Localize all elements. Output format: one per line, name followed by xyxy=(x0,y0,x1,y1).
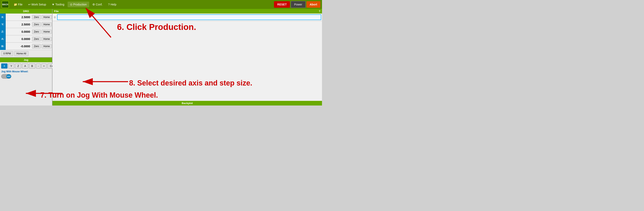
file-icon: 📁 xyxy=(14,3,17,6)
home-all-button[interactable]: Home All xyxy=(14,51,28,56)
dro-header: DRO xyxy=(0,9,52,14)
zero-z-button[interactable]: Zero xyxy=(32,30,41,34)
tooling-icon: ▼ xyxy=(52,3,54,6)
dro-value-b: -0.0000 xyxy=(6,45,32,48)
dro-row-a: A: 0.0000 Zero Home xyxy=(0,35,52,43)
jog-controls-row: X Y Z A B - + Continuous xyxy=(0,62,52,70)
jog-section: Jog X Y Z A B - + Continuous Jog With Mo… xyxy=(0,58,52,106)
dro-value-y: 2.5000 xyxy=(6,23,32,26)
file-header: File ? xyxy=(52,9,322,14)
power-button[interactable]: Power xyxy=(291,1,306,8)
jog-axis-b[interactable]: B xyxy=(29,64,35,69)
jog-header: Jog xyxy=(0,58,52,62)
zero-x-button[interactable]: Zero xyxy=(32,15,41,20)
jog-axis-a[interactable]: A xyxy=(22,64,28,69)
menu-file[interactable]: 📁 File xyxy=(11,2,25,7)
main-layout: DRO X: 2.5000 Zero Home Y: 2.5000 Zero H… xyxy=(0,9,322,106)
backplot-header: Backplot xyxy=(52,101,322,106)
instruction-area xyxy=(52,21,322,101)
rpm-button[interactable]: 0 RPM xyxy=(1,51,13,56)
zero-y-button[interactable]: Zero xyxy=(32,22,41,27)
axis-label-a: A: xyxy=(0,35,6,43)
axis-label-b: B: xyxy=(0,43,6,50)
work-setup-icon: ↩ xyxy=(28,3,31,6)
file-help-icon[interactable]: ? xyxy=(319,10,320,13)
dro-value-a: 0.0000 xyxy=(6,37,32,41)
menu-conf[interactable]: ⚙ Conf. xyxy=(90,2,105,7)
conf-icon: ⚙ xyxy=(92,3,95,6)
file-path-input[interactable] xyxy=(57,14,321,20)
dro-value-z: 0.0000 xyxy=(6,30,32,33)
axis-label-y: Y: xyxy=(0,21,6,28)
dro-row-z: Z: 0.0000 Zero Home xyxy=(0,28,52,35)
jog-mouse-toggle[interactable]: OFF xyxy=(1,74,11,79)
menu-help[interactable]: ? Help xyxy=(106,2,119,7)
jog-axis-x[interactable]: X xyxy=(1,64,8,69)
jog-mouse-wheel-label: Jog With Mouse Wheel: xyxy=(0,70,52,73)
reset-button[interactable]: RESET xyxy=(274,1,290,8)
jog-axis-y[interactable]: Y xyxy=(8,64,14,69)
dro-row-x: X: 2.5000 Zero Home xyxy=(0,14,52,21)
app-logo: MACH xyxy=(2,1,9,8)
jog-axis-z[interactable]: Z xyxy=(15,64,21,69)
toggle-knob: OFF xyxy=(6,74,11,78)
help-icon: ? xyxy=(108,3,110,6)
jog-plus-button[interactable]: + xyxy=(41,64,46,69)
axis-label-z: Z: xyxy=(0,28,6,35)
left-panel: DRO X: 2.5000 Zero Home Y: 2.5000 Zero H… xyxy=(0,9,52,106)
home-y-button[interactable]: Home xyxy=(42,22,52,27)
production-icon: ⊙ xyxy=(70,3,72,6)
file-content-row: 0 xyxy=(52,14,322,21)
zero-a-button[interactable]: Zero xyxy=(32,37,41,41)
menu-production[interactable]: ⊙ Production xyxy=(68,2,89,7)
menu-tooling[interactable]: ▼ Tooling xyxy=(49,2,66,7)
home-z-button[interactable]: Home xyxy=(42,30,52,34)
jog-mouse-toggle-row: OFF xyxy=(0,73,52,79)
axis-label-x: X: xyxy=(0,14,6,21)
zero-b-button[interactable]: Zero xyxy=(32,44,41,49)
home-b-button[interactable]: Home xyxy=(42,44,52,49)
dro-value-x: 2.5000 xyxy=(6,16,32,19)
home-x-button[interactable]: Home xyxy=(42,15,52,20)
jog-minus-button[interactable]: - xyxy=(36,64,40,69)
dro-row-b: B: -0.0000 Zero Home xyxy=(0,43,52,50)
home-a-button[interactable]: Home xyxy=(42,37,52,41)
dro-bottom-bar: 0 RPM Home All xyxy=(0,50,52,58)
dro-row-y: Y: 2.5000 Zero Home xyxy=(0,21,52,28)
menu-bar: MACH 📁 File ↩ Work Setup ▼ Tooling ⊙ Pro… xyxy=(0,0,322,9)
menu-work-setup[interactable]: ↩ Work Setup xyxy=(26,2,48,7)
file-line-number: 0 xyxy=(53,16,56,19)
abort-button[interactable]: Abort xyxy=(306,1,320,8)
right-panel: File ? 0 Backplot xyxy=(52,9,322,106)
